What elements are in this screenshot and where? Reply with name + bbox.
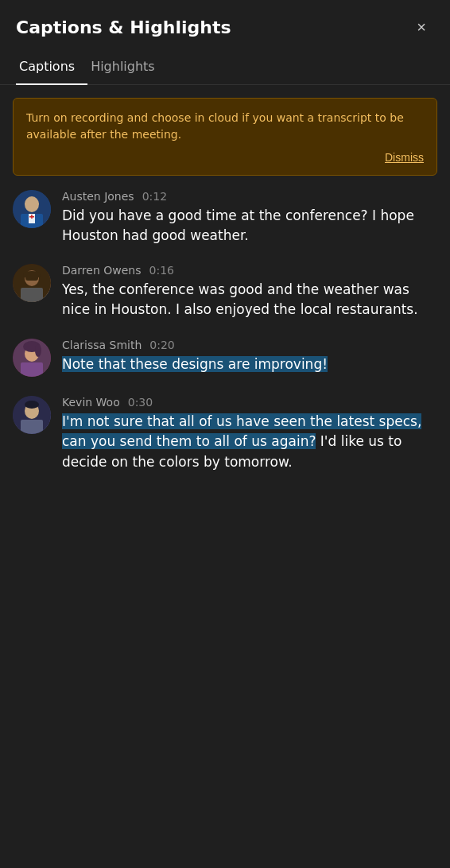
svg-point-10: [23, 271, 41, 279]
tab-highlights[interactable]: Highlights: [87, 51, 168, 85]
caption-text-1: Did you have a good time at the conferen…: [62, 206, 437, 245]
caption-time-3: 0:20: [149, 339, 174, 351]
caption-header-1: Austen Jones 0:12: [62, 190, 437, 203]
svg-point-19: [25, 401, 39, 409]
svg-rect-5: [31, 215, 33, 219]
dialog-title: Captions & Highlights: [16, 17, 231, 37]
svg-point-15: [35, 344, 41, 357]
avatar-kevin: [13, 396, 51, 434]
header: Captions & Highlights ×: [0, 0, 450, 51]
avatar-darren: [13, 264, 51, 302]
notification-text: Turn on recording and choose in cloud if…: [26, 110, 424, 143]
caption-text-4: I'm not sure that all of us have seen th…: [62, 412, 437, 473]
tabs-container: Captions Highlights: [0, 51, 450, 85]
caption-name-2: Darren Owens: [62, 264, 142, 277]
caption-content-4: Kevin Woo 0:30 I'm not sure that all of …: [62, 396, 437, 473]
caption-text-3: Note that these designs are improving!: [62, 355, 437, 375]
caption-text-2: Yes, the conference was good and the wea…: [62, 280, 437, 319]
caption-item-1: Austen Jones 0:12 Did you have a good ti…: [13, 190, 437, 245]
svg-rect-13: [21, 362, 43, 377]
dismiss-button[interactable]: Dismiss: [385, 151, 424, 164]
caption-name-4: Kevin Woo: [62, 396, 120, 409]
dismiss-container: Dismiss: [26, 151, 424, 164]
caption-content-3: Clarissa Smith 0:20 Note that these desi…: [62, 339, 437, 375]
caption-time-1: 0:12: [142, 190, 167, 203]
highlighted-text-3: Note that these designs are improving!: [62, 356, 328, 372]
caption-item-4: Kevin Woo 0:30 I'm not sure that all of …: [13, 396, 437, 473]
svg-rect-8: [21, 288, 43, 302]
caption-header-4: Kevin Woo 0:30: [62, 396, 437, 409]
notification-banner: Turn on recording and choose in cloud if…: [13, 98, 437, 176]
caption-item-3: Clarissa Smith 0:20 Note that these desi…: [13, 339, 437, 377]
caption-item-2: Darren Owens 0:16 Yes, the conference wa…: [13, 264, 437, 319]
caption-time-2: 0:16: [149, 264, 174, 277]
captions-list: Austen Jones 0:12 Did you have a good ti…: [0, 182, 450, 499]
svg-point-1: [25, 196, 39, 212]
caption-time-4: 0:30: [128, 396, 153, 409]
caption-header-2: Darren Owens 0:16: [62, 264, 437, 277]
avatar-clarissa: [13, 339, 51, 377]
caption-content-2: Darren Owens 0:16 Yes, the conference wa…: [62, 264, 437, 319]
avatar-austen: [13, 190, 51, 228]
close-button[interactable]: ×: [409, 14, 434, 40]
caption-header-3: Clarissa Smith 0:20: [62, 339, 437, 351]
caption-name-1: Austen Jones: [62, 190, 134, 203]
tab-captions[interactable]: Captions: [16, 51, 87, 85]
caption-content-1: Austen Jones 0:12 Did you have a good ti…: [62, 190, 437, 245]
caption-name-3: Clarissa Smith: [62, 339, 142, 351]
svg-rect-18: [21, 420, 43, 434]
